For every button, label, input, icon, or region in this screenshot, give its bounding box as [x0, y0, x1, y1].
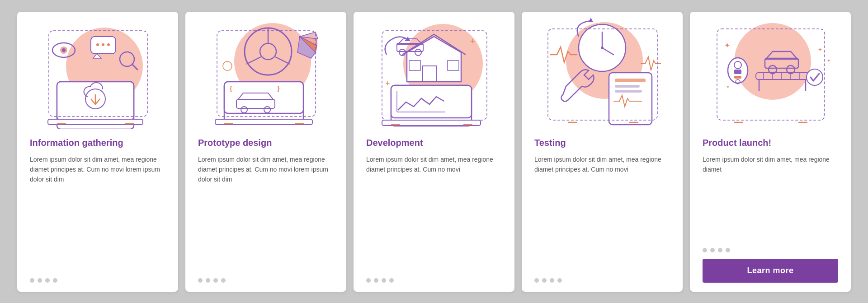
card-3-dots — [354, 271, 406, 283]
dot-2 — [374, 278, 378, 283]
cards-container: Information gathering Lorem ipsum dolor … — [0, 3, 868, 301]
svg-text:+: + — [385, 79, 390, 88]
card-3-content: Development Lorem ipsum dolor sit dim am… — [354, 129, 514, 271]
svg-point-67 — [734, 23, 811, 100]
card-5-illustration: ✦ ✦ ✦ ✦ — [690, 12, 851, 129]
card-5-content: Product launch! Lorem ipsum dolor sit di… — [690, 129, 851, 241]
svg-text:{: { — [230, 85, 232, 92]
card-4-illustration — [522, 12, 683, 129]
card-development: + + Development Lorem ipsum dolor sit di… — [354, 12, 514, 292]
dot-3 — [718, 248, 722, 252]
svg-point-8 — [62, 48, 66, 52]
card-1-dots — [17, 271, 70, 283]
card-prototype-design: { } Prototype design Lorem ipsum dolor s… — [185, 12, 346, 292]
svg-rect-61 — [615, 79, 646, 82]
card-2-dots — [185, 271, 238, 283]
svg-text:✦: ✦ — [827, 58, 830, 63]
dot-4 — [221, 278, 226, 283]
card-5-body: Lorem ipsum dolor sit dim amet, mea regi… — [703, 154, 838, 236]
card-testing: Testing Lorem ipsum dolor sit dim amet, … — [522, 12, 683, 292]
dot-2 — [542, 278, 547, 283]
dot-3 — [45, 278, 50, 283]
svg-rect-63 — [615, 90, 642, 93]
dot-4 — [557, 278, 562, 283]
card-3-body: Lorem ipsum dolor sit dim amet, mea regi… — [366, 154, 502, 266]
card-3-title: Development — [366, 137, 502, 148]
svg-point-11 — [102, 43, 104, 46]
svg-rect-82 — [734, 76, 741, 79]
svg-point-33 — [223, 61, 232, 70]
card-3-illustration: + + — [354, 12, 514, 129]
svg-text:}: } — [277, 85, 280, 92]
svg-rect-62 — [615, 85, 640, 88]
svg-text:✦: ✦ — [818, 47, 822, 53]
dot-4 — [726, 248, 730, 252]
svg-text:✦: ✦ — [726, 84, 730, 89]
dot-2 — [206, 278, 210, 283]
card-2-content: Prototype design Lorem ipsum dolor sit d… — [185, 129, 346, 271]
svg-rect-81 — [734, 70, 741, 74]
dot-1 — [534, 278, 539, 283]
dot-1 — [366, 278, 371, 283]
dot-4 — [53, 278, 57, 283]
svg-point-12 — [107, 43, 110, 46]
svg-text:✦: ✦ — [724, 42, 730, 49]
card-5-title: Product launch! — [703, 137, 838, 148]
svg-marker-59 — [589, 18, 593, 22]
card-product-launch: ✦ ✦ ✦ ✦ Product launch! Lorem ipsum dolo… — [690, 12, 851, 292]
card-4-title: Testing — [534, 137, 670, 148]
dot-3 — [382, 278, 386, 283]
card-4-dots — [522, 271, 575, 283]
card-4-body: Lorem ipsum dolor sit dim amet, mea regi… — [534, 154, 670, 266]
card-5-dots — [690, 241, 743, 252]
card-information-gathering: Information gathering Lorem ipsum dolor … — [17, 12, 178, 292]
card-1-body: Lorem ipsum dolor sit dim amet, mea regi… — [30, 154, 165, 266]
card-2-title: Prototype design — [198, 137, 334, 148]
card-1-content: Information gathering Lorem ipsum dolor … — [17, 129, 178, 271]
dot-1 — [198, 278, 203, 283]
svg-point-10 — [96, 43, 99, 46]
svg-text:+: + — [470, 37, 475, 46]
dot-3 — [213, 278, 218, 283]
learn-more-button[interactable]: Learn more — [703, 259, 838, 283]
card-2-illustration: { } — [185, 12, 346, 129]
card-4-content: Testing Lorem ipsum dolor sit dim amet, … — [522, 129, 683, 271]
card-2-body: Lorem ipsum dolor sit dim amet, mea regi… — [198, 154, 334, 266]
dot-2 — [710, 248, 715, 252]
card-1-title: Information gathering — [30, 137, 165, 148]
svg-point-84 — [807, 69, 823, 85]
dot-1 — [30, 278, 34, 283]
dot-3 — [550, 278, 554, 283]
card-1-illustration — [17, 12, 178, 129]
dot-2 — [38, 278, 42, 283]
dot-1 — [703, 248, 707, 252]
dot-4 — [389, 278, 394, 283]
